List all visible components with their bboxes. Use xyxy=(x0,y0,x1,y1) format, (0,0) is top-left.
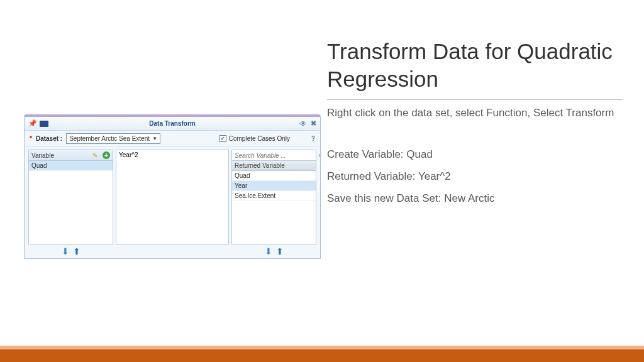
variable-panel: Variable ✎ + Quad xyxy=(28,150,113,244)
expression-input[interactable] xyxy=(116,150,228,244)
search-header: × xyxy=(231,150,316,161)
instruction-4: Save this new Data Set: New Arctic xyxy=(327,192,623,206)
required-asterisk: * xyxy=(30,135,32,142)
dataset-value: September Arctic Sea Extent xyxy=(69,135,150,142)
help-icon[interactable]: ? xyxy=(311,135,315,142)
close-icon[interactable]: ✖ xyxy=(311,119,316,128)
add-icon[interactable]: + xyxy=(103,151,110,159)
variable-list[interactable]: Quad xyxy=(28,161,113,244)
divider xyxy=(327,99,623,100)
list-item[interactable]: Quad xyxy=(29,161,113,171)
clear-search-icon[interactable]: × xyxy=(317,152,321,159)
dataset-select[interactable]: September Arctic Sea Extent ▼ xyxy=(66,133,160,144)
accent-bar-dark xyxy=(0,349,644,362)
panels-row: Variable ✎ + Quad × xyxy=(25,147,320,244)
search-input[interactable] xyxy=(235,151,314,160)
arrow-up-icon[interactable]: ⬆ xyxy=(276,246,284,256)
slide-title: Transform Data for Quadratic Regression xyxy=(327,38,623,93)
expression-panel xyxy=(116,150,229,244)
pin-icon[interactable]: 📌 xyxy=(28,119,37,128)
panel-titlebar: 📌 Data Transform 👁 ✖ xyxy=(25,117,320,131)
text-column: Transform Data for Quadratic Regression … xyxy=(327,38,623,214)
panel-title: Data Transform xyxy=(25,120,320,127)
list-item[interactable]: Sea.Ice.Extent xyxy=(232,191,316,201)
checkbox-icon: ✔ xyxy=(219,135,226,142)
wand-icon[interactable]: ✎ xyxy=(92,152,97,159)
instruction-1: Right click on the data set, select Func… xyxy=(327,106,623,121)
returned-header: Returned Variable xyxy=(232,161,316,171)
returned-panel: × Returned Variable Quad Year Sea.Ice.Ex… xyxy=(231,150,316,244)
chevron-down-icon: ▼ xyxy=(152,136,157,141)
slide: 📌 Data Transform 👁 ✖ * Dataset : Septemb… xyxy=(0,0,644,362)
eye-icon[interactable]: 👁 xyxy=(299,119,307,128)
instruction-2: Create Variable: Quad xyxy=(327,148,623,162)
complete-cases-label: Complete Cases Only xyxy=(229,135,290,142)
instruction-3: Returned Variable: Year^2 xyxy=(327,170,623,184)
data-transform-panel: 📌 Data Transform 👁 ✖ * Dataset : Septemb… xyxy=(24,114,321,259)
list-item[interactable]: Quad xyxy=(232,171,316,181)
variable-header: Variable ✎ + xyxy=(28,150,113,161)
dataset-label: Dataset : xyxy=(36,135,62,142)
arrows-row: ⬇ ⬆ ⬇ ⬆ xyxy=(25,244,320,258)
dataset-row: * Dataset : September Arctic Sea Extent … xyxy=(25,131,320,147)
complete-cases-checkbox[interactable]: ✔ Complete Cases Only xyxy=(219,135,290,142)
arrow-down-icon[interactable]: ⬇ xyxy=(62,246,69,256)
list-item[interactable]: Year xyxy=(232,181,316,191)
arrow-up-icon[interactable]: ⬆ xyxy=(73,246,80,256)
card-icon[interactable] xyxy=(40,121,48,127)
arrow-down-icon[interactable]: ⬇ xyxy=(265,246,272,256)
returned-list: Returned Variable Quad Year Sea.Ice.Exte… xyxy=(231,161,316,244)
